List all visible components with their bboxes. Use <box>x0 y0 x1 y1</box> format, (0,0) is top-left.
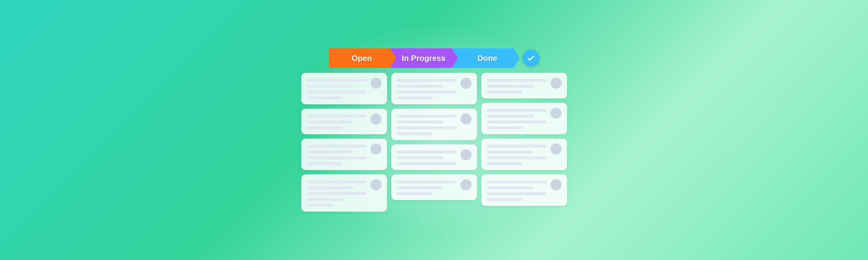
avatar <box>461 78 471 89</box>
card-line <box>397 162 457 165</box>
card-line <box>487 85 534 88</box>
card-inprogress-4[interactable] <box>391 174 477 200</box>
column-in-progress <box>391 73 477 212</box>
card-done-3[interactable] <box>481 138 567 170</box>
avatar <box>370 143 381 155</box>
card-inprogress-3[interactable] <box>391 144 477 170</box>
card-line <box>397 151 457 154</box>
card-line <box>307 162 343 165</box>
card-line <box>487 145 547 148</box>
card-line <box>487 79 547 82</box>
open-arrow[interactable]: Open <box>329 48 396 68</box>
card-line <box>307 91 367 94</box>
card-line <box>487 109 547 112</box>
step-open[interactable]: Open <box>329 48 396 68</box>
card-line <box>397 115 457 118</box>
card-line <box>487 126 523 129</box>
card-line <box>307 186 353 189</box>
card-line <box>487 156 547 159</box>
card-lines <box>307 113 367 129</box>
card-line <box>487 162 523 165</box>
avatar <box>370 78 381 89</box>
step-in-progress[interactable]: In Progress <box>396 48 458 68</box>
checkmark-icon <box>526 54 535 63</box>
done-check-circle <box>522 50 539 67</box>
card-line <box>487 91 523 94</box>
card-line <box>307 198 343 201</box>
card-lines <box>397 179 457 195</box>
status-bar: Open In Progress Done <box>329 48 539 68</box>
card-line <box>397 91 457 94</box>
card-line <box>307 79 367 82</box>
card-line <box>307 115 367 118</box>
card-line <box>397 85 444 88</box>
done-label: Done <box>477 54 497 63</box>
card-done-1[interactable] <box>481 73 567 98</box>
card-line <box>487 115 534 118</box>
card-line <box>487 181 547 184</box>
card-line <box>397 132 433 135</box>
card-line <box>307 126 343 129</box>
card-lines <box>397 149 457 165</box>
open-label: Open <box>351 54 372 63</box>
card-lines <box>487 143 547 165</box>
in-progress-arrow[interactable]: In Progress <box>391 48 458 68</box>
card-open-3[interactable] <box>301 138 387 170</box>
avatar <box>370 179 381 190</box>
card-lines <box>307 78 367 99</box>
card-line <box>307 204 334 207</box>
kanban-board <box>301 73 567 212</box>
column-done <box>481 73 567 212</box>
card-line <box>397 186 444 189</box>
card-open-4[interactable] <box>301 174 387 212</box>
card-lines <box>487 78 547 94</box>
card-line <box>487 198 523 201</box>
column-open <box>301 73 387 212</box>
avatar <box>370 113 381 125</box>
avatar <box>461 113 471 125</box>
card-line <box>397 79 457 82</box>
avatar <box>551 179 561 190</box>
avatar <box>551 108 561 119</box>
card-line <box>487 121 547 124</box>
card-line <box>397 96 433 99</box>
step-done[interactable]: Done <box>458 48 539 68</box>
card-done-2[interactable] <box>481 103 567 134</box>
card-line <box>307 192 367 195</box>
card-lines <box>487 179 547 201</box>
card-line <box>397 121 444 124</box>
card-inprogress-2[interactable] <box>391 108 477 140</box>
avatar <box>461 149 471 160</box>
in-progress-label: In Progress <box>402 54 445 63</box>
card-line <box>487 186 534 189</box>
card-inprogress-1[interactable] <box>391 73 477 104</box>
card-line <box>397 192 433 195</box>
card-line <box>487 151 534 154</box>
card-line <box>307 151 353 154</box>
card-line <box>307 121 353 124</box>
card-line <box>307 181 367 184</box>
card-lines <box>487 108 547 129</box>
kanban-wrapper: Open In Progress Done <box>301 48 567 212</box>
card-done-4[interactable] <box>481 174 567 206</box>
card-line <box>307 85 353 88</box>
avatar <box>551 78 561 89</box>
card-lines <box>307 179 367 207</box>
done-arrow[interactable]: Done <box>453 48 520 68</box>
card-line <box>307 156 367 159</box>
card-line <box>487 192 547 195</box>
card-line <box>307 96 343 99</box>
card-line <box>397 181 457 184</box>
card-line <box>397 156 444 159</box>
card-lines <box>307 143 367 165</box>
avatar <box>551 143 561 155</box>
card-lines <box>397 78 457 99</box>
card-open-2[interactable] <box>301 108 387 134</box>
avatar <box>461 179 471 190</box>
card-lines <box>397 113 457 135</box>
card-line <box>307 145 367 148</box>
card-line <box>397 126 457 129</box>
card-open-1[interactable] <box>301 73 387 104</box>
